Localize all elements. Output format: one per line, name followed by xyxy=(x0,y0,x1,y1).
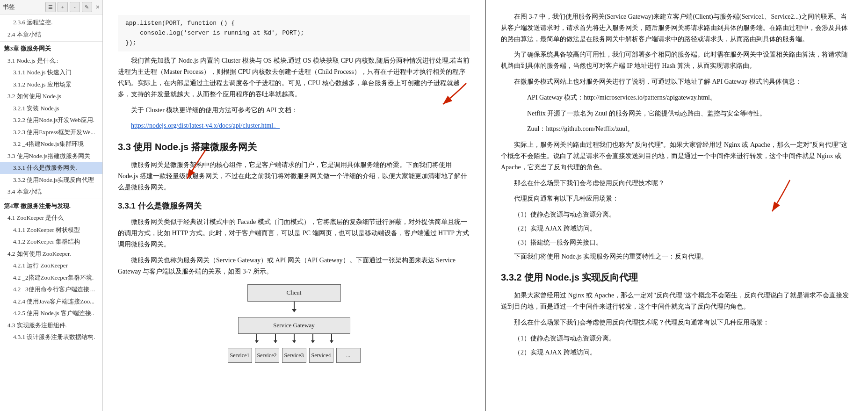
toc-item-3.3[interactable]: 3.3 使用Node.js搭建微服务网关 xyxy=(0,150,102,162)
netflix-text: Netflix 开源了一款名为 Zuul 的服务网关，它能提供动态路由、监控与安… xyxy=(514,108,853,119)
scenario-1: （1）使静态资源与动态资源分离。 xyxy=(514,209,853,220)
sidebar-label: 书签 xyxy=(3,3,43,11)
bookmark-remove-btn[interactable]: - xyxy=(70,2,80,12)
toc-item-4.3[interactable]: 4.3 实现服务注册组件. xyxy=(0,319,102,332)
toc-item-3.3.1[interactable]: 3.3.1 什么是微服务网关. xyxy=(0,162,102,174)
toc-item-4.2_2[interactable]: 4.2 _2搭建ZooKeeper集群环境. xyxy=(0,272,102,284)
api-gateway-link[interactable]: API Gateway 模式：http://microservices.io/p… xyxy=(514,92,853,103)
scenarios-intro: 代理反向通常有以下几种应用场景： xyxy=(501,193,853,204)
toc-item-2.3.6[interactable]: 2.3.6 远程监控. xyxy=(0,16,102,29)
architecture-diagram: Client Service Gateway xyxy=(219,284,369,363)
section-332-scenario-2: （2）实现 AJAX 跨域访问。 xyxy=(514,347,853,358)
toc-item-4.1.1[interactable]: 4.1.1 ZooKeeper 树状模型 xyxy=(0,224,102,236)
section-331-para1: 微服务网关类似于经典设计模式中的 Facade 模式（门面模式），它将底层的复杂… xyxy=(118,216,470,250)
toc-item-4.2.1[interactable]: 4.2.1 运行 ZooKeeper xyxy=(0,260,102,272)
scenario-3: （3）搭建统一服务网关接口。 xyxy=(514,237,853,248)
toc-item-4.2.5[interactable]: 4.2.5 使用 Node.js 客户端连接.. xyxy=(0,307,102,319)
toc-item-2.4[interactable]: 2.4 本章小结 xyxy=(0,29,102,41)
scenario-2: （2）实现 AJAX 跨域访问。 xyxy=(514,223,853,234)
sidebar: 书签 ☰ + - ✎ × 2.3.6 远程监控.2.4 本章小结第3章 微服务网… xyxy=(0,0,103,411)
toc-item-3.3.2[interactable]: 3.3.2 使用Node.js实现反向代理 xyxy=(0,174,102,186)
toc-item-4.2_3[interactable]: 4.2 _3使用命令行客户端连接ZooK... xyxy=(0,283,102,296)
section-332-para1: 如果大家曾经用过 Nginx 或 Apache，那么一定对"反向代理"这个概念不… xyxy=(501,290,853,312)
section-33-para: 微服务网关是微服务架构中的核心组件，它是客户端请求的门户，它是调用具体服务端的桥… xyxy=(118,159,470,193)
reverse-proxy-para: 实际上，服务网关的路由过程我们也称为"反向代理"。如果大家曾经用过 Nginx … xyxy=(501,139,853,173)
right-ha-para: 为了确保系统具备较高的可用性，我们可部署多个相同的服务端。此时需在服务网关中设置… xyxy=(501,49,853,72)
toc-item-3.2.3[interactable]: 3.2.3 使用Express框架开发We... xyxy=(0,126,102,138)
diagram-service4: Service4 xyxy=(309,348,333,363)
main-content: app.listen(PORT, function () { console.l… xyxy=(103,0,868,411)
toc-item-3.2_4[interactable]: 3.2 _4搭建Node.js集群环境 xyxy=(0,138,102,150)
toc-item-3.1.1[interactable]: 3.1.1 Node.js 快速入门 xyxy=(0,66,102,79)
toc-item-3.1.2[interactable]: 3.1.2 Node.js 应用场景 xyxy=(0,79,102,91)
right-explained-para: 在微服务模式网站上也对服务网关进行了说明，可通过以下地址了解 API Gatew… xyxy=(501,76,853,87)
section-331-para2: 微服务网关也称为服务网关（Service Gateway）或 API 网关（AP… xyxy=(118,255,470,277)
diagram-service1: Service1 xyxy=(228,348,252,363)
toc-item-3.4[interactable]: 3.4 本章小结. xyxy=(0,186,102,198)
toc-item-3.1[interactable]: 3.1 Node.js 是什么.: xyxy=(0,55,102,67)
toc-item-4.2[interactable]: 4.2 如何使用 ZooKeeper. xyxy=(0,248,102,260)
toc-item-3.2.2[interactable]: 3.2.2 使用Node.js开发Web应用. xyxy=(0,114,102,126)
toc-item-4.1.2[interactable]: 4.1.2 ZooKeeper 集群结构 xyxy=(0,236,102,248)
toc-divider xyxy=(0,41,102,42)
section-33-title: 3.3 使用 Node.js 搭建微服务网关 xyxy=(118,139,470,155)
section-332-scenario-1: （1）使静态资源与动态资源分离。 xyxy=(514,333,853,344)
toc-item-3.2[interactable]: 3.2 如何使用 Node.js xyxy=(0,90,102,102)
diagram-service-more: ... xyxy=(336,348,361,363)
sidebar-toolbar: 书签 ☰ + - ✎ × xyxy=(0,0,102,14)
nodejs-impl-para: 下面我们将使用 Node.js 实现服务网关的重要特性之一：反向代理。 xyxy=(501,251,853,262)
code-block: app.listen(PORT, function () { console.l… xyxy=(118,15,470,51)
red-arrow-right xyxy=(767,178,795,215)
diagram-services-row: Service1 Service2 Service3 Service4 ... xyxy=(228,348,361,363)
right-page: 在图 3-7 中，我们使用服务网关(Service Gateway)来建立客户端… xyxy=(486,0,868,411)
diagram-service3: Service3 xyxy=(282,348,306,363)
cluster-api-link[interactable]: https://nodejs.org/dist/latest-v4.x/docs… xyxy=(118,120,470,131)
toc-item-4.1[interactable]: 4.1 ZooKeeper 是什么 xyxy=(0,212,102,224)
toc-list: 2.3.6 远程监控.2.4 本章小结第3章 微服务网关3.1 Node.js … xyxy=(0,14,102,411)
right-intro-para: 在图 3-7 中，我们使用服务网关(Service Gateway)来建立客户端… xyxy=(501,11,853,44)
toc-item-ch4[interactable]: 第4章 微服务注册与发现. xyxy=(0,200,102,212)
para-cluster: 我们首先加载了 Node.js 内置的 Cluster 模块与 OS 模块,通过… xyxy=(118,55,470,100)
diagram-gateway: Service Gateway xyxy=(238,317,350,334)
left-page: app.listen(PORT, function () { console.l… xyxy=(103,0,485,411)
toc-item-ch3[interactable]: 第3章 微服务网关 xyxy=(0,43,102,55)
bookmark-add-btn[interactable]: + xyxy=(58,2,68,12)
toc-item-3.2.1[interactable]: 3.2.1 安装 Node.js xyxy=(0,102,102,115)
when-para: 那么在什么场景下我们会考虑使用反向代理技术呢？ xyxy=(501,178,853,189)
toc-divider xyxy=(0,199,102,199)
toc-item-4.3.1[interactable]: 4.3.1 设计服务注册表数据结构. xyxy=(0,331,102,343)
bookmark-edit-btn[interactable]: ✎ xyxy=(82,2,92,12)
toc-item-4.2.4[interactable]: 4.2.4 使用Java客户端连接Zoo... xyxy=(0,296,102,308)
bookmark-list-btn[interactable]: ☰ xyxy=(45,2,56,12)
zuul-link[interactable]: Zuul：https://github.com/Netflix/zuul。 xyxy=(514,123,853,135)
section-331-title: 3.3.1 什么是微服务网关 xyxy=(118,200,470,213)
section-332-para2: 那么在什么场景下我们会考虑使用反向代理技术呢？代理反向通常有以下几种应用场景： xyxy=(501,317,853,328)
red-arrow-331 xyxy=(182,145,210,182)
para-cluster-api: 关于 Cluster 模块更详细的使用方法可参考它的 API 文档： xyxy=(118,105,470,116)
section-332-title: 3.3.2 使用 Node.js 实现反向代理 xyxy=(501,269,853,285)
sidebar-close-btn[interactable]: × xyxy=(96,3,100,11)
diagram-client: Client xyxy=(247,284,341,301)
diagram-service2: Service2 xyxy=(255,348,279,363)
